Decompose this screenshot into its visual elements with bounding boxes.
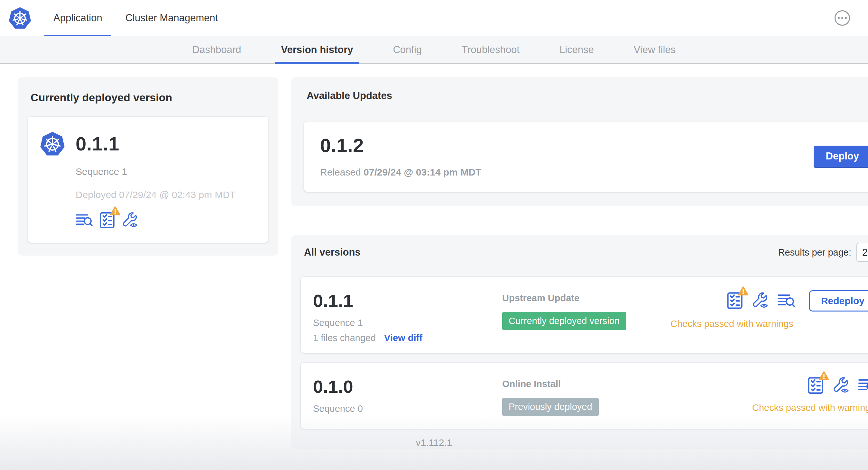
top-nav: Application Cluster Management xyxy=(0,0,868,36)
kubernetes-logo-icon xyxy=(8,6,32,30)
deployed-version-number: 0.1.1 xyxy=(75,133,119,155)
tab-cluster-management-label: Cluster Management xyxy=(125,12,218,24)
tab-application[interactable]: Application xyxy=(42,0,114,36)
update-released-line: Released 07/29/24 @ 03:14 pm MDT xyxy=(320,167,481,178)
ellipsis-icon xyxy=(838,17,847,19)
subnav-config[interactable]: Config xyxy=(373,36,442,63)
subnav-dashboard-label: Dashboard xyxy=(192,44,241,56)
preflight-status-link[interactable]: Checks passed with warnings xyxy=(626,318,868,329)
redeploy-button[interactable]: Redeploy xyxy=(809,290,868,311)
all-versions-title: All versions xyxy=(304,246,361,258)
primary-tabs: Application Cluster Management xyxy=(42,0,229,36)
deployed-version-card: 0.1.1 Sequence 1 Deployed 07/29/24 @ 02:… xyxy=(28,117,268,243)
preflight-checks-icon[interactable] xyxy=(808,376,824,395)
row-source: Upstream Update xyxy=(502,293,626,303)
app-subnav: Dashboard Version history Config Trouble… xyxy=(0,36,868,64)
results-per-page-select[interactable]: 20 xyxy=(857,243,868,262)
view-diff-link[interactable]: View diff xyxy=(384,333,423,343)
subnav-version-history[interactable]: Version history xyxy=(261,36,373,63)
row-version-number: 0.1.0 xyxy=(313,376,502,397)
config-icon[interactable] xyxy=(832,376,849,395)
deployed-timestamp: Deployed 07/29/24 @ 02:43 pm MDT xyxy=(75,189,257,200)
tab-application-label: Application xyxy=(53,12,102,24)
subnav-view-files-label: View files xyxy=(634,44,676,56)
deployed-status-badge: Currently deployed version xyxy=(502,312,626,330)
results-per-page-label: Results per page: xyxy=(778,247,851,258)
available-updates-card: Available Updates 0.1.2 Released 07/29/2… xyxy=(291,77,868,206)
right-column: Available Updates 0.1.2 Released 07/29/2… xyxy=(291,77,868,449)
available-updates-title: Available Updates xyxy=(307,90,868,102)
logs-icon[interactable] xyxy=(858,378,868,394)
warning-icon xyxy=(110,206,121,216)
subnav-config-label: Config xyxy=(393,44,422,56)
update-row: 0.1.2 Released 07/29/24 @ 03:14 pm MDT D… xyxy=(304,122,868,192)
deployed-version-actions xyxy=(75,211,257,230)
page-footer: v1.112.1 xyxy=(0,415,868,470)
main-content: Currently deployed version xyxy=(0,64,868,449)
currently-deployed-title: Currently deployed version xyxy=(31,91,268,104)
subnav-troubleshoot[interactable]: Troubleshoot xyxy=(442,36,539,63)
deployed-sequence: Sequence 1 xyxy=(75,166,257,177)
row-source: Online Install xyxy=(502,379,626,389)
subnav-license[interactable]: License xyxy=(539,36,614,63)
deploy-button[interactable]: Deploy xyxy=(814,146,868,167)
warning-icon xyxy=(818,371,829,381)
deployed-status-badge: Previously deployed xyxy=(502,398,599,416)
config-icon[interactable] xyxy=(121,211,138,230)
overflow-menu-button[interactable] xyxy=(835,10,850,26)
currently-deployed-card: Currently deployed version xyxy=(18,77,278,256)
results-per-page: Results per page: 20 xyxy=(778,243,868,262)
subnav-dashboard[interactable]: Dashboard xyxy=(173,36,261,63)
update-version-number: 0.1.2 xyxy=(320,134,481,157)
subnav-version-history-label: Version history xyxy=(281,44,353,56)
console-version: v1.112.1 xyxy=(416,437,452,448)
row-sequence: Sequence 1 xyxy=(313,317,502,328)
row-version-number: 0.1.1 xyxy=(313,290,502,311)
config-icon[interactable] xyxy=(751,292,769,310)
subnav-view-files[interactable]: View files xyxy=(614,36,695,63)
preflight-checks-icon[interactable] xyxy=(99,211,115,230)
warning-icon xyxy=(738,286,749,296)
subnav-license-label: License xyxy=(559,44,594,56)
row-sequence: Sequence 0 xyxy=(313,403,502,414)
row-files-changed: 1 files changed xyxy=(313,333,376,343)
released-date: 07/29/24 @ 03:14 pm MDT xyxy=(364,167,481,177)
subnav-troubleshoot-label: Troubleshoot xyxy=(462,44,520,56)
preflight-status-link[interactable]: Checks passed with warnings xyxy=(626,402,868,413)
logs-icon[interactable] xyxy=(75,213,93,228)
tab-cluster-management[interactable]: Cluster Management xyxy=(114,0,230,36)
preflight-checks-icon[interactable] xyxy=(727,291,743,310)
version-row: 0.1.1 Sequence 1 1 files changed View di… xyxy=(301,277,868,353)
logs-icon[interactable] xyxy=(777,293,796,309)
kubernetes-logo-icon xyxy=(39,130,66,157)
released-label: Released xyxy=(320,167,361,177)
